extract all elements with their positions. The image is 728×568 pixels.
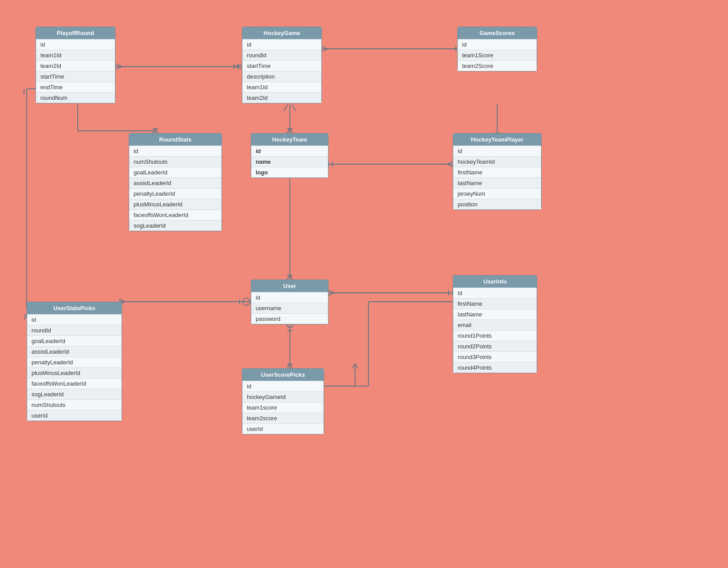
field-ht-logo: logo (251, 167, 328, 178)
svg-line-56 (290, 364, 293, 368)
field-u-id: id (251, 292, 328, 303)
svg-line-28 (322, 46, 328, 49)
field-usp-plusminusleaderid: plusMinusLeaderId (27, 367, 122, 378)
field-rs-id: id (129, 146, 222, 156)
field-ui-round1points: round1Points (453, 330, 537, 341)
field-u-password: password (251, 313, 328, 324)
field-rs-plusminusleaderid: plusMinusLeaderId (129, 199, 222, 209)
field-ht-name: name (251, 156, 328, 167)
field-u-username: username (251, 303, 328, 313)
svg-line-34 (447, 164, 453, 167)
field-uscr-userid: userId (242, 423, 324, 434)
field-htp-lastname: lastName (453, 178, 541, 188)
field-uscr-team2score: team2score (242, 413, 324, 423)
field-usp-faceoffswonleaderid: faceoffsWonLeaderId (27, 378, 122, 389)
diagram-canvas: PlayoffRound id team1Id team2Id startTim… (0, 0, 728, 568)
field-usp-penaltyleaderid: penaltyLeaderId (27, 357, 122, 367)
field-htp-hockeyteamid: hockeyTeamId (453, 156, 541, 167)
field-ui-round4points: round4Points (453, 362, 537, 373)
field-pr-team1id: team1Id (36, 50, 115, 60)
entity-roundstats: RoundStats id numShutouts goalLeaderId a… (129, 133, 222, 231)
svg-line-3 (235, 64, 242, 67)
svg-line-10 (153, 129, 155, 133)
svg-line-1 (115, 64, 122, 67)
entity-userscorepicks: UserScorePicks id hockeyGameId team1scor… (242, 368, 324, 434)
field-rs-faceoffswonleaderid: faceoffsWonLeaderId (129, 209, 222, 220)
field-htp-position: position (453, 199, 541, 209)
svg-line-29 (322, 49, 328, 51)
field-ui-lastname: lastName (453, 309, 537, 320)
field-hg-team2id: team2Id (242, 92, 321, 103)
entity-header-userinfo: UserInfo (453, 276, 537, 288)
field-usp-roundid: roundId (27, 325, 122, 335)
field-rs-goalleaderid: goalLeaderId (129, 167, 222, 178)
svg-line-33 (447, 162, 453, 164)
field-uscr-team1score: team1score (242, 402, 324, 413)
entity-header-userscorepicks: UserScorePicks (242, 369, 324, 381)
svg-line-24 (292, 104, 296, 111)
svg-line-11 (155, 129, 158, 133)
field-uscr-hockeygameid: hockeyGameId (242, 391, 324, 402)
field-gs-team1score: team1Score (458, 50, 537, 60)
field-rs-sogleaderid: sogLeaderId (129, 220, 222, 231)
field-usp-assistleaderid: assistLeaderId (27, 346, 122, 357)
svg-line-38 (287, 275, 290, 280)
field-hg-id: id (242, 39, 321, 50)
svg-line-2 (115, 67, 122, 69)
entity-userstatspicks: UserStatsPicks id roundId goalLeaderId a… (27, 302, 122, 421)
field-hg-description: description (242, 71, 321, 82)
field-pr-team2id: team2Id (36, 60, 115, 71)
field-pr-starttime: startTime (36, 71, 115, 82)
field-gs-id: id (458, 39, 537, 50)
field-pr-endtime: endTime (36, 82, 115, 92)
field-ui-firstname: firstName (453, 298, 537, 309)
field-usp-id: id (27, 314, 122, 325)
entity-hockeygame: HockeyGame id roundId startTime descript… (242, 27, 322, 103)
entity-header-hockeyteam: HockeyTeam (251, 134, 328, 146)
field-usp-sogleaderid: sogLeaderId (27, 389, 122, 399)
field-ui-round3points: round3Points (453, 351, 537, 362)
field-usp-userid: userId (27, 410, 122, 421)
entity-gamescores: GameScores id team1Score team2Score (457, 27, 537, 71)
field-ht-id: id (251, 146, 328, 156)
entity-header-playoffround: PlayoffRound (36, 27, 115, 39)
field-uscr-id: id (242, 381, 324, 391)
field-pr-roundnum: roundNum (36, 92, 115, 103)
field-ui-round2points: round2Points (453, 341, 537, 351)
field-hg-roundid: roundId (242, 50, 321, 60)
svg-point-47 (243, 298, 250, 305)
entity-header-hockeygame: HockeyGame (242, 27, 321, 39)
field-htp-jerseynum: jerseyNum (453, 188, 541, 199)
entity-header-userstatspicks: UserStatsPicks (27, 302, 122, 314)
field-htp-id: id (453, 146, 541, 156)
entity-header-roundstats: RoundStats (129, 134, 222, 146)
field-hg-starttime: startTime (242, 60, 321, 71)
field-hg-team1id: team1Id (242, 82, 321, 92)
svg-line-39 (290, 275, 293, 280)
field-ui-email: email (453, 320, 537, 330)
field-rs-assistleaderid: assistLeaderId (129, 178, 222, 188)
field-gs-team2score: team2Score (458, 60, 537, 71)
entity-userinfo: UserInfo id firstName lastName email rou… (453, 275, 537, 373)
entity-header-hockeyteamplayer: HockeyTeamPlayer (453, 134, 541, 146)
entity-playoffround: PlayoffRound id team1Id team2Id startTim… (36, 27, 115, 103)
svg-line-55 (287, 364, 290, 368)
svg-line-60 (352, 364, 355, 368)
entity-header-user: User (251, 280, 328, 292)
field-rs-penaltyleaderid: penaltyLeaderId (129, 188, 222, 199)
svg-line-21 (290, 129, 293, 133)
svg-line-20 (287, 129, 290, 133)
svg-line-23 (284, 104, 288, 111)
entity-hockeyteamplayer: HockeyTeamPlayer id hockeyTeamId firstNa… (453, 133, 542, 210)
field-usp-numshutouts: numShutouts (27, 399, 122, 410)
field-pr-id: id (36, 39, 115, 50)
svg-line-43 (328, 293, 334, 296)
entity-user: User id username password (251, 280, 328, 324)
svg-line-42 (328, 290, 334, 293)
field-htp-firstname: firstName (453, 167, 541, 178)
field-rs-numshutouts: numShutouts (129, 156, 222, 167)
svg-line-4 (235, 67, 242, 69)
field-usp-goalleaderid: goalLeaderId (27, 335, 122, 346)
field-ui-id: id (453, 288, 537, 298)
entity-hockeyteam: HockeyTeam id name logo (251, 133, 328, 178)
